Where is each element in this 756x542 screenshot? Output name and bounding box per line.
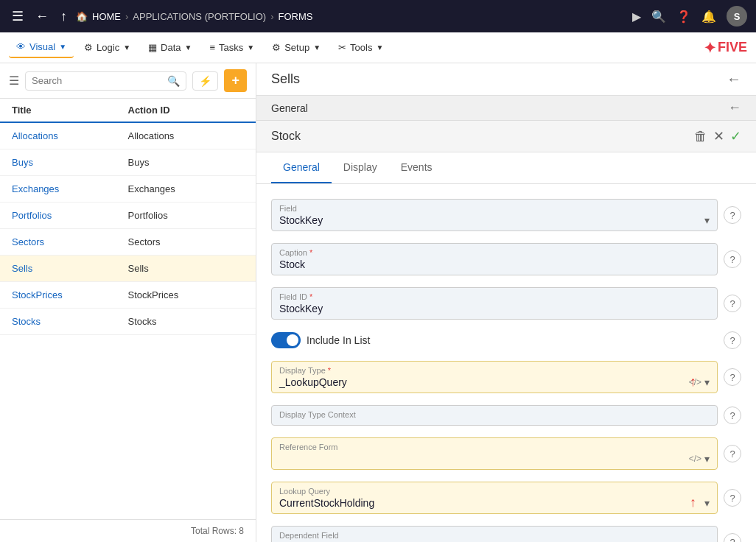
- visual-icon: 👁: [16, 41, 26, 52]
- reference-form-dropdown: </> ▾: [279, 453, 710, 465]
- display-type-context-help-button[interactable]: ?: [724, 406, 741, 424]
- tab-events[interactable]: Events: [389, 152, 444, 183]
- add-button[interactable]: +: [224, 69, 247, 92]
- table-row[interactable]: Sectors Sectors: [0, 229, 256, 256]
- dependent-field-field[interactable]: Dependent Field ▾: [271, 526, 718, 542]
- tab-visual[interactable]: 👁 Visual ▼: [9, 37, 74, 58]
- search-input[interactable]: [32, 75, 167, 86]
- up-icon[interactable]: ↑: [57, 6, 70, 27]
- reference-form-icons: </> ▾: [689, 453, 710, 465]
- row-title: Sectors: [12, 236, 128, 247]
- flash-button[interactable]: ⚡: [192, 71, 218, 91]
- include-in-list-label: Include In List: [307, 334, 370, 346]
- lookup-query-label: Lookup Query: [279, 487, 710, 496]
- table-row[interactable]: StockPrices StockPrices: [0, 282, 256, 309]
- col-title-header: Title: [12, 105, 128, 116]
- menu-icon[interactable]: ☰: [9, 5, 27, 27]
- lookup-query-field[interactable]: Lookup Query CurrentStockHolding ▾ ↑: [271, 482, 718, 514]
- caption-label: Caption: [279, 248, 710, 257]
- tab-tasks[interactable]: ≡ Tasks ▼: [202, 38, 262, 57]
- row-title: Allocations: [12, 130, 128, 141]
- tabs-bar: General Display Events: [256, 152, 756, 184]
- close-button[interactable]: ✕: [713, 128, 724, 144]
- fieldid-help-button[interactable]: ?: [724, 295, 741, 312]
- row-actionid: Sells: [128, 263, 245, 274]
- row-actionid: Portfolios: [128, 210, 245, 221]
- row-actionid: Exchanges: [128, 183, 245, 194]
- help-nav-icon[interactable]: ❓: [676, 10, 691, 24]
- table-row-selected[interactable]: Sells Sells: [0, 256, 256, 282]
- breadcrumb: 🏠 HOME › APPLICATIONS (PORTFOLIO) › FORM…: [76, 11, 626, 22]
- display-type-context-field[interactable]: Display Type Context: [271, 405, 718, 426]
- display-type-dropdown-arrow[interactable]: ▾: [704, 376, 710, 388]
- caption-help-button[interactable]: ?: [724, 250, 741, 268]
- fieldid-label: Field ID: [279, 292, 710, 301]
- row-title: Exchanges: [12, 183, 128, 194]
- avatar[interactable]: S: [727, 6, 747, 27]
- table-row[interactable]: Portfolios Portfolios: [0, 203, 256, 229]
- field-row: Field StockKey ▾ ?: [271, 199, 741, 231]
- tools-caret: ▼: [376, 43, 383, 52]
- breadcrumb-apps[interactable]: APPLICATIONS (PORTFOLIO): [133, 11, 266, 22]
- bell-icon[interactable]: 🔔: [701, 10, 716, 24]
- search-nav-icon[interactable]: 🔍: [651, 10, 666, 24]
- tab-general[interactable]: General: [271, 152, 332, 183]
- dependent-field-help-button[interactable]: ?: [724, 533, 741, 542]
- include-in-list-toggle[interactable]: [271, 332, 301, 348]
- table-row[interactable]: Allocations Allocations: [0, 123, 256, 149]
- row-actionid: Allocations: [128, 130, 245, 141]
- caption-field[interactable]: Caption Stock: [271, 243, 718, 275]
- top-nav: ☰ ← ↑ 🏠 HOME › APPLICATIONS (PORTFOLIO) …: [0, 0, 756, 32]
- lookup-query-dropdown-arrow[interactable]: ▾: [704, 497, 710, 509]
- display-type-field[interactable]: Display Type _LookupQuery </> ▾ ↑: [271, 361, 718, 393]
- display-type-context-label: Display Type Context: [279, 410, 710, 419]
- table-row[interactable]: Buys Buys: [0, 149, 256, 176]
- panel-back-button[interactable]: ←: [727, 71, 741, 88]
- lookup-query-row: Lookup Query CurrentStockHolding ▾ ↑ ?: [271, 482, 741, 514]
- dependent-field-label: Dependent Field: [279, 531, 710, 540]
- reference-form-code-icon[interactable]: </>: [689, 454, 701, 464]
- confirm-button[interactable]: ✓: [730, 128, 741, 144]
- field-dropdown: StockKey ▾: [279, 214, 710, 226]
- display-type-help-button[interactable]: ?: [724, 368, 741, 386]
- breadcrumb-sep1: ›: [125, 11, 128, 22]
- display-type-code-icon[interactable]: </>: [689, 377, 701, 387]
- include-in-list-help-button[interactable]: ?: [724, 331, 741, 349]
- lookup-query-help-button[interactable]: ?: [724, 489, 741, 507]
- table-row[interactable]: Exchanges Exchanges: [0, 176, 256, 203]
- back-icon[interactable]: ←: [32, 6, 52, 27]
- tab-setup[interactable]: ⚙ Setup ▼: [265, 38, 328, 57]
- right-panel: Sells ← General ← Stock 🗑 ✕ ✓ General Di…: [256, 63, 756, 542]
- display-type-row: Display Type _LookupQuery </> ▾ ↑ ?: [271, 361, 741, 393]
- reference-form-dropdown-arrow[interactable]: ▾: [704, 453, 710, 465]
- tab-data[interactable]: ▦ Data ▼: [141, 38, 199, 57]
- breadcrumb-home[interactable]: HOME: [92, 11, 121, 22]
- tab-display[interactable]: Display: [332, 152, 389, 183]
- reference-form-help-button[interactable]: ?: [724, 445, 741, 462]
- second-nav: 👁 Visual ▼ ⚙ Logic ▼ ▦ Data ▼ ≡ Tasks ▼ …: [0, 32, 756, 63]
- tab-tools[interactable]: ✂ Tools ▼: [331, 38, 391, 57]
- general-back-button[interactable]: ←: [728, 100, 741, 116]
- play-icon[interactable]: ▶: [632, 10, 641, 24]
- setup-caret: ▼: [313, 43, 321, 52]
- sidebar-menu-icon[interactable]: ☰: [9, 74, 19, 88]
- display-type-context-row: Display Type Context ?: [271, 405, 741, 426]
- delete-button[interactable]: 🗑: [694, 129, 707, 144]
- field-help-button[interactable]: ?: [724, 206, 741, 224]
- lookup-query-dropdown: CurrentStockHolding ▾: [279, 497, 710, 509]
- row-actionid: Sectors: [128, 236, 245, 247]
- section-actions: 🗑 ✕ ✓: [694, 128, 741, 144]
- table-row[interactable]: Stocks Stocks: [0, 309, 256, 335]
- field-label: Field: [279, 204, 710, 213]
- general-label: General: [271, 102, 308, 114]
- fieldid-field[interactable]: Field ID StockKey: [271, 287, 718, 320]
- field-dropdown-arrow[interactable]: ▾: [704, 214, 710, 226]
- display-type-value: _LookupQuery: [279, 376, 347, 388]
- field-field[interactable]: Field StockKey ▾: [271, 199, 718, 231]
- row-title: StockPrices: [12, 289, 128, 300]
- reference-form-field[interactable]: Reference Form </> ▾: [271, 437, 718, 470]
- breadcrumb-forms[interactable]: FORMS: [279, 11, 313, 22]
- tab-logic[interactable]: ⚙ Logic ▼: [77, 38, 138, 57]
- panel-title: Sells: [271, 71, 300, 87]
- dependent-field-row: Dependent Field ▾ ?: [271, 526, 741, 542]
